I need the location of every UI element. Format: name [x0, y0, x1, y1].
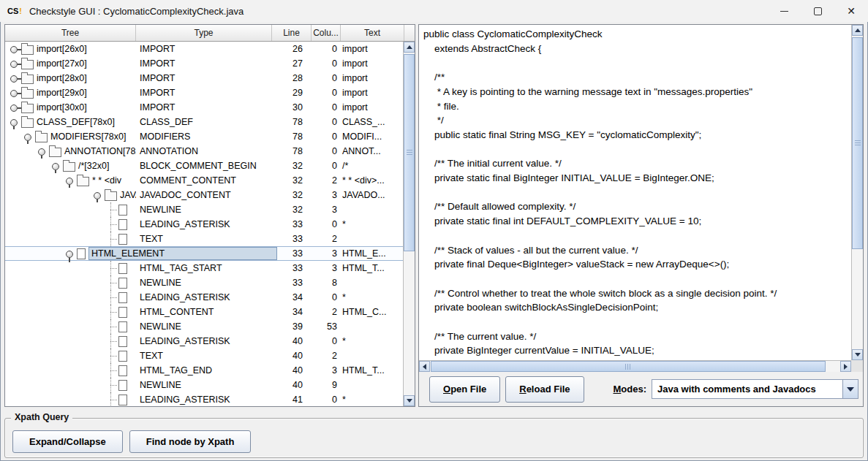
- code-line: * A key is pointing to the warning messa…: [423, 85, 851, 99]
- text-cell: import: [341, 85, 404, 100]
- expand-collapse-button[interactable]: Expand/Collapse: [12, 430, 123, 453]
- expand-handle-icon[interactable]: [10, 45, 19, 54]
- text-cell: JAVADO...: [341, 188, 404, 202]
- expand-handle-icon[interactable]: [10, 103, 19, 113]
- tree-table-row[interactable]: LEADING_ASTERISK330*: [5, 217, 404, 232]
- scroll-left-button[interactable]: [419, 361, 430, 372]
- folder-icon: [63, 162, 75, 172]
- checkstyle-logo-icon: CS: [7, 7, 22, 15]
- collapse-handle-icon[interactable]: [37, 147, 47, 156]
- tree-table-row[interactable]: NEWLINE409: [5, 378, 404, 392]
- tree-table-row[interactable]: import[27x0]IMPORT270import: [5, 56, 404, 71]
- tree-table-row[interactable]: * * <divCOMMENT_CONTENT322* * <div>...: [5, 173, 404, 188]
- document-icon: [118, 205, 127, 216]
- tree-table-row[interactable]: NEWLINE323: [5, 202, 404, 217]
- tree-table-row[interactable]: HTML_TAG_START333HTML_T...: [5, 261, 404, 275]
- tree-table-row[interactable]: CLASS_DEF[78x0]CLASS_DEF780CLASS_...: [5, 115, 404, 129]
- line-cell: 39: [272, 319, 312, 334]
- type-cell: HTML_CONTENT: [136, 305, 272, 319]
- tree-table-row[interactable]: import[28x0]IMPORT280import: [5, 71, 404, 85]
- reload-file-button[interactable]: Reload File: [505, 376, 584, 403]
- line-cell: 32: [272, 173, 312, 188]
- tree-table-row[interactable]: LEADING_ASTERISK400*: [5, 334, 404, 348]
- scrollbar-thumb[interactable]: [852, 37, 863, 249]
- type-cell: IMPORT: [136, 56, 272, 71]
- chevron-down-icon[interactable]: [842, 380, 858, 398]
- expand-handle-icon[interactable]: [10, 74, 19, 83]
- document-icon: [118, 278, 127, 289]
- tree-connector-line: [107, 363, 117, 378]
- code-horizontal-scrollbar[interactable]: [419, 360, 851, 372]
- find-node-by-xpath-button[interactable]: Find node by Xpath: [129, 430, 252, 453]
- text-cell: import: [341, 100, 404, 115]
- text-cell: *: [341, 334, 404, 348]
- tree-table-row[interactable]: import[29x0]IMPORT290import: [5, 85, 404, 100]
- expand-handle-icon[interactable]: [10, 88, 19, 98]
- mode-dropdown[interactable]: Java with comments and Javadocs: [652, 379, 858, 399]
- tree-cell: ANNOTATION[78x0]: [5, 144, 136, 159]
- tree-table[interactable]: import[26x0]IMPORT260importimport[27x0]I…: [5, 42, 404, 406]
- text-cell: import: [341, 71, 404, 85]
- tree-table-row[interactable]: TEXT402: [5, 348, 404, 363]
- scroll-down-button[interactable]: [404, 395, 415, 406]
- expand-handle-icon[interactable]: [10, 59, 19, 69]
- column-cell: 3: [312, 247, 341, 260]
- text-cell: HTML_T...: [341, 363, 404, 378]
- minimize-button[interactable]: [767, 0, 801, 22]
- type-cell: LEADING_ASTERISK: [136, 217, 272, 232]
- tree-table-row[interactable]: import[26x0]IMPORT260import: [5, 42, 404, 56]
- tree-table-row[interactable]: MODIFIERS[78x0]MODIFIERS780MODIFI...: [5, 129, 404, 144]
- close-icon: [847, 4, 856, 18]
- tree-table-row[interactable]: NEWLINE338: [5, 275, 404, 290]
- line-cell: 40: [272, 363, 312, 378]
- tree-table-row[interactable]: /*[32x0]BLOCK_COMMENT_BEGIN320/*: [5, 159, 404, 173]
- scroll-right-button[interactable]: [840, 361, 851, 372]
- tree-cell: HTML_ELEMENT: [5, 247, 136, 260]
- column-cell: 0: [312, 392, 341, 406]
- scroll-up-button[interactable]: [404, 42, 415, 53]
- scroll-up-button[interactable]: [852, 25, 863, 36]
- maximize-button[interactable]: [801, 0, 834, 22]
- tree-table-row[interactable]: HTML_TAG_END403HTML_T...: [5, 363, 404, 378]
- close-button[interactable]: [834, 0, 868, 22]
- collapse-handle-icon[interactable]: [51, 161, 61, 171]
- text-cell: [341, 202, 404, 217]
- scroll-down-button[interactable]: [852, 349, 863, 360]
- tree-cell: import[26x0]: [5, 42, 136, 56]
- collapse-handle-icon[interactable]: [10, 118, 19, 127]
- code-line: [423, 229, 851, 243]
- tree-table-row[interactable]: import[30x0]IMPORT300import: [5, 100, 404, 115]
- collapse-handle-icon[interactable]: [93, 191, 102, 200]
- tree-table-row[interactable]: HTML_CONTENT342HTML_C...: [5, 305, 404, 319]
- tree-table-row[interactable]: HTML_ELEMENT333HTML_E...: [5, 246, 404, 261]
- collapse-handle-icon[interactable]: [65, 249, 75, 259]
- column-header-tree[interactable]: Tree: [5, 25, 136, 41]
- column-header-text[interactable]: Text: [341, 25, 404, 41]
- tree-table-row[interactable]: TEXT332: [5, 232, 404, 246]
- column-cell: 0: [312, 144, 341, 159]
- type-cell: LEADING_ASTERISK: [136, 334, 272, 348]
- type-cell: ANNOTATION: [136, 144, 272, 159]
- code-line: [423, 56, 851, 70]
- collapse-handle-icon[interactable]: [65, 176, 75, 186]
- tree-table-row[interactable]: ANNOTATION[78x0]ANNOTATION780ANNOT...: [5, 144, 404, 159]
- tree-table-row[interactable]: NEWLINE3953: [5, 319, 404, 334]
- column-header-colu[interactable]: Colu...: [312, 25, 341, 41]
- code-vertical-scrollbar[interactable]: [851, 25, 863, 360]
- tree-table-row[interactable]: LEADING_ASTERISK340*: [5, 290, 404, 305]
- column-cell: 0: [312, 56, 341, 71]
- scrollbar-thumb[interactable]: [431, 361, 826, 372]
- tree-table-row[interactable]: LEADING_ASTERISK410*: [5, 392, 404, 406]
- tree-table-row[interactable]: JAVADOC_CONTENTJAVADOC_CONTENT323JAVADO.…: [5, 188, 404, 202]
- scrollbar-thumb[interactable]: [404, 54, 415, 251]
- open-file-button[interactable]: Open File: [429, 376, 500, 403]
- xpath-group-title: Xpath Query: [11, 412, 72, 422]
- tree-connector-line: [107, 334, 117, 348]
- line-cell: 41: [272, 392, 312, 406]
- source-code-panel[interactable]: public class CyclomaticComplexityCheck e…: [419, 25, 851, 360]
- tree-vertical-scrollbar[interactable]: [403, 42, 415, 406]
- column-header-line[interactable]: Line: [272, 25, 312, 41]
- text-cell: HTML_T...: [341, 261, 404, 275]
- collapse-handle-icon[interactable]: [23, 132, 33, 142]
- column-header-type[interactable]: Type: [136, 25, 272, 41]
